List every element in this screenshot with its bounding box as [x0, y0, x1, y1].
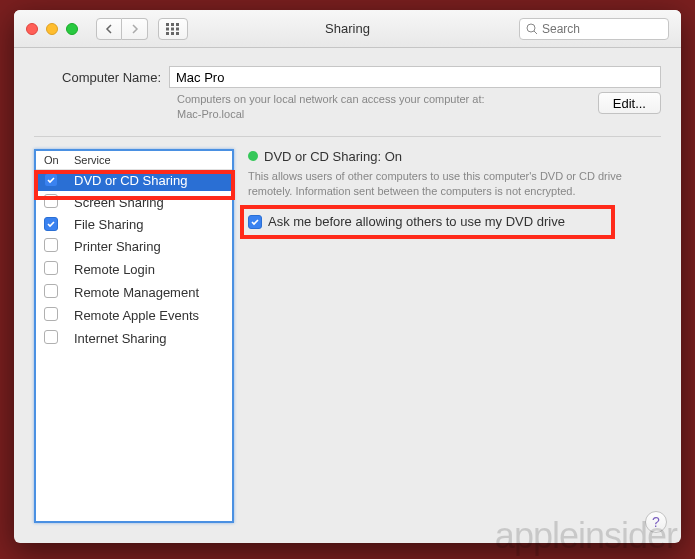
status-label: DVD or CD Sharing: On	[264, 149, 402, 164]
service-checkbox[interactable]	[44, 307, 58, 321]
service-checkbox-wrap	[44, 330, 74, 347]
service-checkbox[interactable]	[44, 217, 58, 231]
service-checkbox-wrap	[44, 238, 74, 255]
ask-row: Ask me before allowing others to use my …	[248, 214, 661, 229]
svg-rect-5	[176, 27, 179, 30]
svg-point-9	[527, 24, 535, 32]
check-icon	[46, 175, 56, 185]
computer-name-description-row: Computers on your local network can acce…	[34, 92, 661, 122]
service-checkbox-wrap	[44, 217, 74, 232]
minimize-icon[interactable]	[46, 23, 58, 35]
show-all-button[interactable]	[158, 18, 188, 40]
chevron-right-icon	[131, 24, 139, 34]
search-icon	[526, 23, 538, 35]
computer-name-input[interactable]	[169, 66, 661, 88]
services-header: On Service	[36, 151, 232, 170]
svg-rect-0	[166, 23, 169, 26]
svg-rect-6	[166, 32, 169, 35]
forward-button[interactable]	[122, 18, 148, 40]
svg-rect-1	[171, 23, 174, 26]
window-controls	[26, 23, 78, 35]
service-label: Printer Sharing	[74, 239, 161, 254]
service-checkbox[interactable]	[44, 194, 58, 208]
service-label: Remote Login	[74, 262, 155, 277]
status-dot-icon	[248, 151, 258, 161]
computer-name-row: Computer Name:	[34, 48, 661, 88]
service-label: Remote Apple Events	[74, 308, 199, 323]
service-checkbox-wrap	[44, 284, 74, 301]
svg-rect-7	[171, 32, 174, 35]
service-row[interactable]: Remote Management	[36, 281, 232, 304]
service-label: Screen Sharing	[74, 195, 164, 210]
svg-rect-8	[176, 32, 179, 35]
window-title: Sharing	[325, 21, 370, 36]
grid-icon	[166, 23, 180, 35]
computer-name-label: Computer Name:	[34, 70, 169, 85]
service-row[interactable]: Printer Sharing	[36, 235, 232, 258]
check-icon	[250, 217, 260, 227]
check-icon	[46, 219, 56, 229]
info-text: This allows users of other computers to …	[248, 169, 661, 199]
services-panel: On Service DVD or CD SharingScreen Shari…	[34, 149, 234, 523]
svg-line-10	[534, 31, 537, 34]
edit-button[interactable]: Edit...	[598, 92, 661, 114]
service-checkbox-wrap	[44, 261, 74, 278]
service-checkbox-wrap	[44, 194, 74, 211]
service-checkbox[interactable]	[44, 238, 58, 252]
service-checkbox[interactable]	[44, 261, 58, 275]
header-service: Service	[74, 154, 111, 166]
service-row[interactable]: Remote Apple Events	[36, 304, 232, 327]
service-label: Remote Management	[74, 285, 199, 300]
services-list: DVD or CD SharingScreen SharingFile Shar…	[36, 170, 232, 350]
computer-name-description: Computers on your local network can acce…	[177, 92, 582, 122]
search-field[interactable]	[519, 18, 669, 40]
service-checkbox[interactable]	[44, 173, 58, 187]
ask-label: Ask me before allowing others to use my …	[268, 214, 565, 229]
svg-rect-3	[166, 27, 169, 30]
service-checkbox[interactable]	[44, 330, 58, 344]
zoom-icon[interactable]	[66, 23, 78, 35]
status-row: DVD or CD Sharing: On	[248, 149, 661, 164]
service-row[interactable]: Remote Login	[36, 258, 232, 281]
desc-line2: Mac-Pro.local	[177, 108, 244, 120]
help-button[interactable]: ?	[645, 511, 667, 533]
divider	[34, 136, 661, 137]
nav-buttons	[96, 18, 148, 40]
service-label: File Sharing	[74, 217, 143, 232]
detail-area: DVD or CD Sharing: On This allows users …	[248, 149, 661, 523]
svg-rect-4	[171, 27, 174, 30]
service-row[interactable]: Internet Sharing	[36, 327, 232, 350]
service-row[interactable]: File Sharing	[36, 214, 232, 235]
service-label: DVD or CD Sharing	[74, 173, 187, 188]
service-checkbox-wrap	[44, 173, 74, 188]
svg-rect-2	[176, 23, 179, 26]
back-button[interactable]	[96, 18, 122, 40]
ask-checkbox[interactable]	[248, 215, 262, 229]
service-checkbox-wrap	[44, 307, 74, 324]
titlebar: Sharing	[14, 10, 681, 48]
service-row[interactable]: Screen Sharing	[36, 191, 232, 214]
content: Computer Name: Computers on your local n…	[14, 48, 681, 543]
search-input[interactable]	[542, 22, 662, 36]
chevron-left-icon	[105, 24, 113, 34]
service-row[interactable]: DVD or CD Sharing	[36, 170, 232, 191]
preferences-window: Sharing Computer Name: Computers on your…	[14, 10, 681, 543]
service-checkbox[interactable]	[44, 284, 58, 298]
service-label: Internet Sharing	[74, 331, 167, 346]
header-on: On	[44, 154, 74, 166]
close-icon[interactable]	[26, 23, 38, 35]
main-area: On Service DVD or CD SharingScreen Shari…	[34, 149, 661, 523]
desc-line1: Computers on your local network can acce…	[177, 93, 485, 105]
